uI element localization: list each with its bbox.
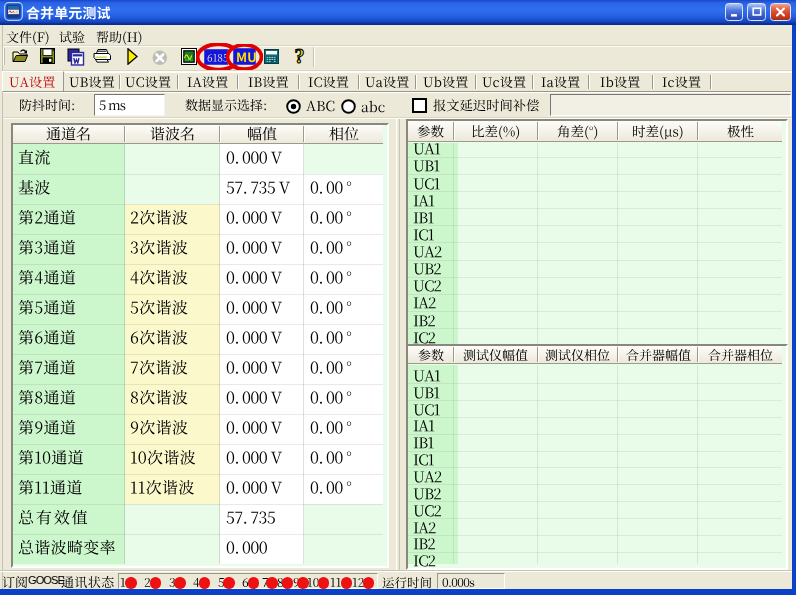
svg-text:?: ? (295, 48, 305, 67)
